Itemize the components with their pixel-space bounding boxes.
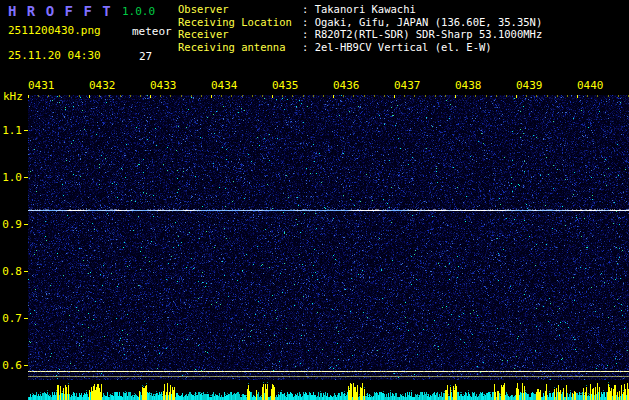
station-info-label: Receiver (178, 28, 302, 41)
station-info-row-1: Receiving Location: Ogaki, Gifu, JAPAN (… (178, 16, 542, 29)
station-info-row-3: Receiving antenna: 2el-HB9CV Vertical (e… (178, 41, 542, 54)
time-axis: 0431043204330434043504360437043804390440 (28, 79, 629, 93)
station-info-value: : 2el-HB9CV Vertical (el. E-W) (302, 41, 492, 53)
y-tick-label-0.7: 0.7 (2, 312, 22, 325)
signal-level-strip-canvas (28, 380, 629, 400)
y-tick-label-0.8: 0.8 (2, 265, 22, 278)
station-info-label: Receiving antenna (178, 41, 302, 54)
app-title: H R O F F T (8, 3, 112, 19)
hrofft-screen: H R O F F T 1.0.0 2511200430.png meteor … (0, 0, 629, 400)
x-tick-label-0431: 0431 (28, 79, 55, 92)
x-tick-label-0432: 0432 (89, 79, 116, 92)
station-info-value: : R820T2(RTL-SDR) SDR-Sharp 53.1000MHz (302, 28, 542, 40)
station-info-block: Observer: Takanori KawachiReceiving Loca… (178, 3, 542, 53)
app-version: 1.0.0 (122, 5, 155, 18)
x-tick-label-0438: 0438 (455, 79, 482, 92)
x-tick-label-0440: 0440 (577, 79, 604, 92)
y-tick-label-1.1: 1.1 (2, 124, 22, 137)
x-tick-label-0436: 0436 (333, 79, 360, 92)
output-filename: 2511200430.png (8, 24, 101, 37)
frequency-axis: 1.11.00.90.80.70.6 (0, 95, 28, 380)
station-info-label: Receiving Location (178, 16, 302, 29)
x-tick-label-0434: 0434 (211, 79, 238, 92)
x-tick-label-0433: 0433 (150, 79, 177, 92)
station-info-value: : Takanori Kawachi (302, 3, 416, 15)
x-tick-label-0437: 0437 (394, 79, 421, 92)
station-info-row-2: Receiver: R820T2(RTL-SDR) SDR-Sharp 53.1… (178, 28, 542, 41)
datetime-label: 25.11.20 04:30 (8, 49, 101, 62)
spectrogram-canvas (28, 95, 629, 380)
x-tick-label-0439: 0439 (516, 79, 543, 92)
app-info-block: H R O F F T 1.0.0 2511200430.png meteor … (5, 0, 177, 74)
y-tick-label-0.6: 0.6 (2, 359, 22, 372)
y-tick-label-0.9: 0.9 (2, 218, 22, 231)
mode-label: meteor (132, 25, 172, 38)
echo-count: 27 (139, 50, 152, 63)
y-tick-label-1.0: 1.0 (2, 171, 22, 184)
station-info-label: Observer (178, 3, 302, 16)
header-bar: H R O F F T 1.0.0 2511200430.png meteor … (0, 0, 629, 76)
station-info-row-0: Observer: Takanori Kawachi (178, 3, 542, 16)
x-tick-label-0435: 0435 (272, 79, 299, 92)
station-info-value: : Ogaki, Gifu, JAPAN (136.60E, 35.35N) (302, 16, 542, 28)
